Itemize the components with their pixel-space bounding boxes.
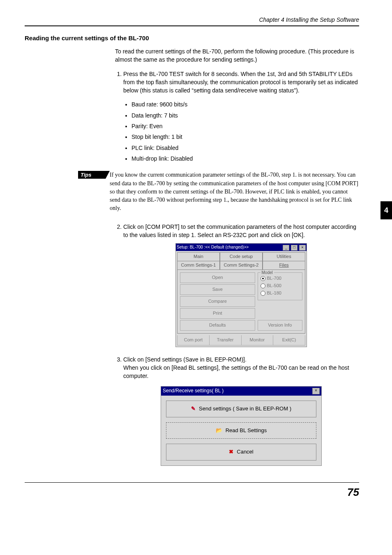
dialog-title-text: Send/Receive settings( BL ) <box>163 387 224 394</box>
tips-badge: Tips <box>78 171 106 179</box>
setup-app-window: Setup: BL-700 :<< Default (changed)>> _ … <box>175 243 307 347</box>
minimize-icon[interactable]: _ <box>283 245 289 251</box>
read-bl-settings-button[interactable]: 📂 Read BL Settings <box>166 422 316 439</box>
page-header: Chapter 4 Installing the Setup Software <box>25 16 359 23</box>
close-icon[interactable]: × <box>312 388 320 394</box>
bullet-item: Parity: Even <box>131 122 359 130</box>
chapter-side-tab: 4 <box>380 201 392 219</box>
pen-icon: ✎ <box>191 405 196 413</box>
tab-code-setup[interactable]: Code setup <box>220 252 263 261</box>
close-icon[interactable]: × <box>299 245 306 251</box>
defaults-button[interactable]: Defaults <box>180 320 255 331</box>
compare-button[interactable]: Compare <box>180 296 255 307</box>
comm-params-list: Baud rate: 9600 bits/s Data length: 7 bi… <box>131 100 359 163</box>
radio-icon <box>261 283 265 288</box>
model-bl180[interactable]: BL-180 <box>261 290 300 297</box>
files-panel: Open Save Compare Print Defaults Model B… <box>177 269 305 334</box>
steps-list-cont: Click on [COM PORT] to set the communica… <box>115 223 359 466</box>
save-button[interactable]: Save <box>180 284 255 295</box>
steps-list: Press the BL-700 TEST switch for 8 secon… <box>115 70 359 163</box>
print-button[interactable]: Print <box>180 308 255 319</box>
tab-files[interactable]: Files <box>263 261 305 269</box>
dialog-titlebar: Send/Receive settings( BL ) × <box>161 387 321 396</box>
tabs-row-1: Main Code setup Utilities <box>177 252 305 261</box>
intro-paragraph: To read the current settings of the BL-7… <box>115 47 359 64</box>
open-button[interactable]: Open <box>180 272 255 283</box>
header-rule <box>25 25 359 26</box>
bullet-item: PLC link: Disabled <box>131 144 359 152</box>
window-controls: _ □ × <box>282 244 306 251</box>
section-title: Reading the current settings of the BL-7… <box>25 35 359 41</box>
app-titlebar: Setup: BL-700 :<< Default (changed)>> _ … <box>176 244 307 251</box>
tips-block: Tips If you know the current communicati… <box>25 171 359 212</box>
step-3a-text: Click on [Send settings (Save in BL EEP-… <box>123 356 247 363</box>
tabs-row-2: Comm Settings-1 Comm Settings-2 Files <box>177 261 305 269</box>
step-2-text: Click on [COM PORT] to set the communica… <box>123 223 356 238</box>
version-info-button[interactable]: Version Info <box>258 320 303 331</box>
com-port-button[interactable]: Com port <box>177 335 210 345</box>
model-group: Model BL-700 BL-500 BL-180 <box>258 272 303 300</box>
bottom-button-row: Com port Transfer Monitor Exit(C) <box>177 335 305 345</box>
tab-comm-2[interactable]: Comm Settings-2 <box>220 261 263 269</box>
exit-button[interactable]: Exit(C) <box>273 335 305 345</box>
x-icon: ✖ <box>229 448 233 456</box>
step-1: Press the BL-700 TEST switch for 8 secon… <box>123 70 359 163</box>
monitor-button[interactable]: Monitor <box>242 335 274 345</box>
model-bl700[interactable]: BL-700 <box>261 275 300 282</box>
tips-text: If you know the current communication pa… <box>110 171 359 212</box>
model-legend: Model <box>261 270 274 276</box>
file-buttons-col: Open Save Compare Print Defaults <box>180 272 255 331</box>
radio-icon <box>261 291 265 296</box>
step-2: Click on [COM PORT] to set the communica… <box>123 223 359 347</box>
transfer-button[interactable]: Transfer <box>210 335 242 345</box>
bullet-item: Data length: 7 bits <box>131 111 359 120</box>
bullet-item: Multi-drop link: Disabled <box>131 154 359 163</box>
maximize-icon[interactable]: □ <box>291 245 297 251</box>
tab-main[interactable]: Main <box>177 252 220 261</box>
bullet-item: Baud rate: 9600 bits/s <box>131 100 359 108</box>
app-title-text: Setup: BL-700 :<< Default (changed)>> <box>177 244 249 251</box>
bullet-item: Stop bit length: 1 bit <box>131 133 359 141</box>
tab-utilities[interactable]: Utilities <box>263 252 305 261</box>
model-col: Model BL-700 BL-500 BL-180 Version Info <box>258 272 303 331</box>
model-bl500[interactable]: BL-500 <box>261 283 300 289</box>
send-receive-dialog: Send/Receive settings( BL ) × ✎ Send set… <box>161 386 322 466</box>
send-settings-button[interactable]: ✎ Send settings ( Save in BL EEP-ROM ) <box>166 401 316 417</box>
page-number: 75 <box>25 486 359 499</box>
step-3b-text: When you click on [Read BL settings], th… <box>123 364 349 379</box>
radio-icon <box>261 276 265 281</box>
footer-rule <box>25 482 359 483</box>
folder-open-icon: 📂 <box>216 427 222 435</box>
tab-comm-1[interactable]: Comm Settings-1 <box>177 261 220 269</box>
step-1-text: Press the BL-700 TEST switch for 8 secon… <box>123 71 358 94</box>
cancel-button[interactable]: ✖ Cancel <box>166 444 316 461</box>
step-3: Click on [Send settings (Save in BL EEP-… <box>123 355 359 466</box>
